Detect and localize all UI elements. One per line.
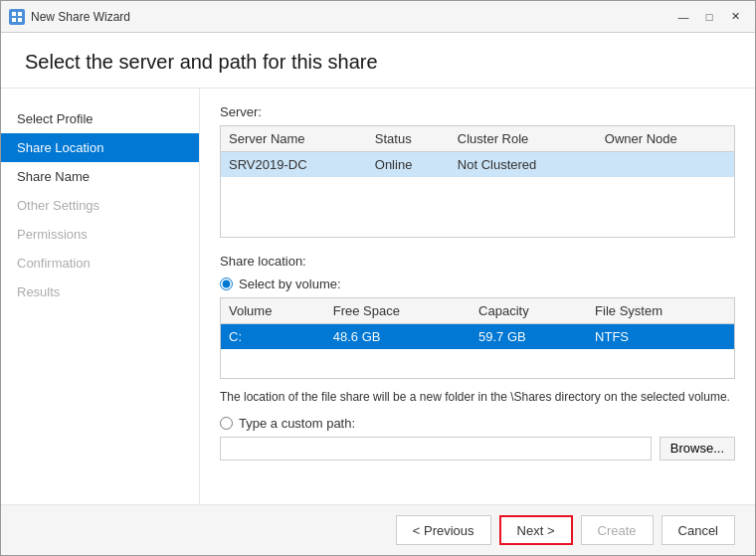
custom-path-row: Browse... [220,437,735,461]
share-location-section: Share location: Select by volume: Volume [220,254,735,461]
custom-path-radio-label[interactable]: Type a custom path: [220,416,735,431]
server-table: Server Name Status Cluster Role Owner No… [220,125,735,238]
right-panel: Server: Server Name Status Cluster Role … [200,89,755,504]
vol-cell-capacity: 59.7 GB [471,323,587,349]
window: New Share Wizard — □ ✕ Select the server… [0,0,756,556]
sidebar-item-other-settings: Other Settings [1,191,199,220]
info-text: The location of the file share will be a… [220,389,735,406]
svg-rect-2 [12,18,16,22]
maximize-button[interactable]: □ [697,7,721,27]
sidebar-item-confirmation: Confirmation [1,249,199,278]
custom-path-label-text: Type a custom path: [239,416,355,431]
server-owner-cell [597,152,735,178]
next-button[interactable]: Next > [499,515,573,545]
browse-button[interactable]: Browse... [660,437,735,461]
window-controls: — □ ✕ [671,7,747,27]
main-area: Select the server and path for this shar… [1,33,755,555]
col-status: Status [367,126,450,152]
vol-cell-free-space: 48.6 GB [325,323,471,349]
radio-group: Select by volume: [220,277,735,291]
vol-cell-volume: C: [221,323,325,349]
sidebar-item-results: Results [1,278,199,306]
sidebar-item-share-location[interactable]: Share Location [1,133,199,162]
sidebar-item-permissions: Permissions [1,220,199,249]
svg-rect-3 [18,18,22,22]
footer: < Previous Next > Create Cancel [1,504,755,555]
window-title: New Share Wizard [31,10,671,24]
col-cluster-role: Cluster Role [450,126,597,152]
sidebar: Select Profile Share Location Share Name… [1,89,200,504]
svg-rect-0 [12,12,16,16]
select-by-volume-text: Select by volume: [239,277,341,291]
page-header: Select the server and path for this shar… [1,33,755,89]
svg-rect-1 [18,12,22,16]
cancel-button[interactable]: Cancel [662,515,735,545]
vol-col-filesystem: File System [587,297,734,323]
col-server-name: Server Name [221,126,367,152]
previous-button[interactable]: < Previous [396,515,491,545]
custom-path-radio[interactable] [220,417,233,430]
vol-col-free-space: Free Space [325,297,471,323]
page-title: Select the server and path for this shar… [25,51,731,74]
server-status-cell: Online [367,152,450,178]
title-bar: New Share Wizard — □ ✕ [1,1,755,33]
create-button: Create [581,515,654,545]
main-content: Select Profile Share Location Share Name… [1,89,755,504]
vol-col-volume: Volume [221,297,325,323]
server-label: Server: [220,104,735,119]
share-location-label: Share location: [220,254,735,269]
vol-cell-filesystem: NTFS [587,323,734,349]
sidebar-item-select-profile[interactable]: Select Profile [1,104,199,133]
volume-row[interactable]: C: 48.6 GB 59.7 GB NTFS [221,323,735,349]
vol-col-capacity: Capacity [471,297,587,323]
custom-path-input[interactable] [220,437,652,461]
close-button[interactable]: ✕ [723,7,747,27]
minimize-button[interactable]: — [671,7,695,27]
select-by-volume-radio-label[interactable]: Select by volume: [220,277,735,291]
server-row[interactable]: SRV2019-DC Online Not Clustered [221,152,735,178]
volume-table: Volume Free Space Capacity File System C… [220,297,735,380]
select-by-volume-radio[interactable] [220,278,233,290]
sidebar-item-share-name[interactable]: Share Name [1,162,199,191]
server-cluster-cell: Not Clustered [450,152,597,178]
server-name-cell: SRV2019-DC [221,152,367,178]
app-icon [9,9,25,25]
col-owner-node: Owner Node [597,126,735,152]
